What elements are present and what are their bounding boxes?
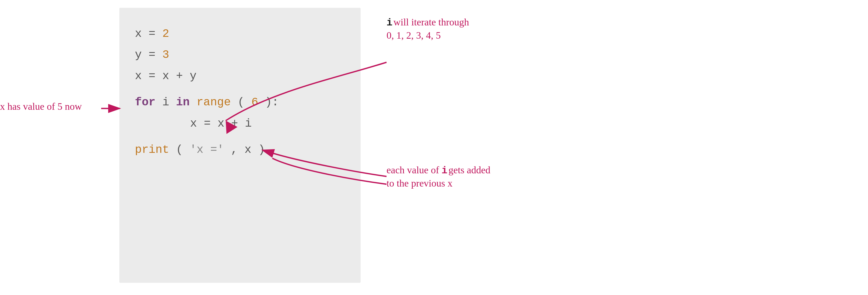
keyword-in: in <box>176 96 190 109</box>
bottom-right-annotation: each value of i gets added to the previo… <box>386 164 490 190</box>
fn-range: range <box>197 96 231 109</box>
annotation-numbers: 0, 1, 2, 3, 4, 5 <box>386 29 469 42</box>
code-line-4: for i in range ( 6 ): <box>135 92 345 113</box>
str-x-eq: 'x =' <box>190 143 224 156</box>
num-2: 2 <box>162 27 169 40</box>
code-line-5: x = x + i <box>135 113 345 134</box>
left-annotation: x has value of 5 now <box>0 100 82 113</box>
code-block: x = 2 y = 3 x = x + y for i in range <box>135 23 345 160</box>
annotation-i-inline: i <box>441 165 447 176</box>
var-x: x <box>135 27 142 40</box>
code-panel: x = 2 y = 3 x = x + y for i in range <box>119 8 361 283</box>
fn-print: print <box>135 143 169 156</box>
code-line-1: x = 2 <box>135 23 345 45</box>
code-line-2: y = 3 <box>135 45 345 65</box>
annotation-to-previous: to the previous x <box>386 177 490 190</box>
annotation-gets-added: gets added <box>448 165 490 175</box>
code-line-3: x = x + y <box>135 66 345 87</box>
annotation-i-mono: i <box>386 17 393 28</box>
top-right-annotation: i will iterate through 0, 1, 2, 3, 4, 5 <box>386 16 469 42</box>
code-line-6: print ( 'x =' , x ) <box>135 139 345 160</box>
num-6: 6 <box>251 96 258 109</box>
annotation-iterate-text: will iterate through <box>394 17 469 28</box>
annotation-each-value: each value of <box>386 165 441 175</box>
var-y: y <box>135 48 142 61</box>
spacer-2 <box>135 134 345 139</box>
spacer-1 <box>135 87 345 92</box>
keyword-for: for <box>135 96 155 109</box>
num-3: 3 <box>162 48 169 61</box>
